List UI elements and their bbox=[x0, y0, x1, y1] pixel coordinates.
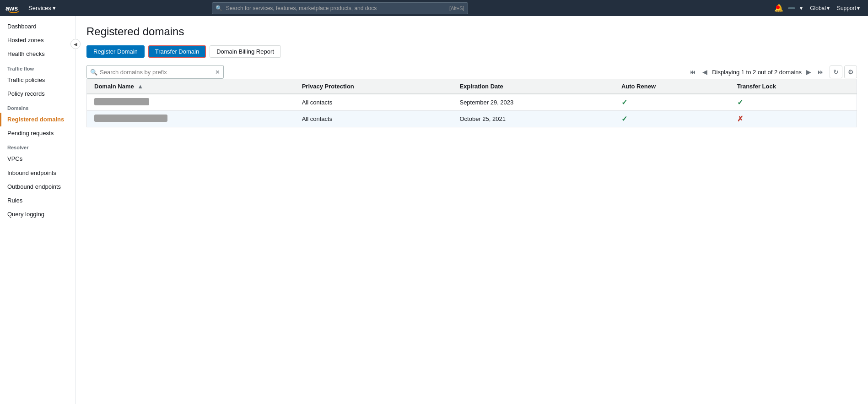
privacy-protection-cell: All contacts bbox=[295, 111, 453, 127]
sidebar-item-traffic-policies[interactable]: Traffic policies bbox=[0, 73, 75, 87]
col-domain-name[interactable]: Domain Name ▲ bbox=[87, 79, 295, 94]
domain-name-redacted bbox=[94, 115, 167, 122]
sidebar-item-hosted-zones[interactable]: Hosted zones bbox=[0, 33, 75, 47]
table-row[interactable]: All contactsOctober 25, 2021✓✗ bbox=[87, 111, 857, 127]
checkmark-icon: ✓ bbox=[621, 98, 627, 106]
sidebar-item-dashboard[interactable]: Dashboard bbox=[0, 20, 75, 33]
global-search-input[interactable] bbox=[212, 2, 468, 14]
last-page-button[interactable]: ⏭ bbox=[816, 67, 826, 76]
xmark-icon: ✗ bbox=[737, 115, 743, 123]
sidebar-item-query-logging[interactable]: Query logging bbox=[0, 207, 75, 221]
chevron-down-icon: ▾ bbox=[827, 5, 830, 11]
global-search-bar: 🔍 [Alt+S] bbox=[212, 2, 468, 14]
svg-text:aws: aws bbox=[5, 5, 18, 12]
global-region-button[interactable]: Global ▾ bbox=[807, 4, 832, 12]
sidebar: ◀ Dashboard Hosted zones Health checks T… bbox=[0, 16, 75, 404]
services-menu-button[interactable]: Services ▾ bbox=[27, 5, 58, 11]
top-navigation: aws Services ▾ 🔍 [Alt+S] 🔔 ▾ Global ▾ Su… bbox=[0, 0, 868, 16]
chevron-down-icon: ▾ bbox=[857, 5, 860, 11]
domain-search-input[interactable] bbox=[86, 65, 224, 79]
sidebar-section-domains: Domains bbox=[0, 101, 75, 113]
search-shortcut: [Alt+S] bbox=[449, 5, 464, 11]
pagination-text: Displaying 1 to 2 out of 2 domains bbox=[712, 69, 802, 76]
sidebar-item-vpcs[interactable]: VPCs bbox=[0, 152, 75, 166]
sidebar-item-inbound-endpoints[interactable]: Inbound endpoints bbox=[0, 166, 75, 180]
register-domain-button[interactable]: Register Domain bbox=[86, 45, 145, 58]
table-controls: ↻ ⚙ bbox=[830, 66, 857, 78]
sidebar-item-rules[interactable]: Rules bbox=[0, 194, 75, 207]
page-title: Registered domains bbox=[86, 25, 857, 38]
clear-search-icon[interactable]: ✕ bbox=[215, 69, 220, 76]
checkmark-icon: ✓ bbox=[737, 98, 743, 106]
refresh-button[interactable]: ↻ bbox=[830, 66, 842, 78]
first-page-button[interactable]: ⏮ bbox=[688, 67, 698, 76]
domain-name-redacted bbox=[94, 98, 149, 105]
pagination-info: ⏮ ◀ Displaying 1 to 2 out of 2 domains ▶… bbox=[688, 67, 826, 76]
right-controls: ⏮ ◀ Displaying 1 to 2 out of 2 domains ▶… bbox=[688, 66, 857, 78]
aws-logo[interactable]: aws bbox=[5, 3, 22, 13]
expiration-date-cell: October 25, 2021 bbox=[452, 111, 614, 127]
search-icon: 🔍 bbox=[90, 69, 97, 76]
domain-search-container: 🔍 ✕ bbox=[86, 65, 224, 79]
sidebar-section-resolver: Resolver bbox=[0, 140, 75, 152]
settings-button[interactable]: ⚙ bbox=[844, 66, 857, 78]
col-expiration-date: Expiration Date bbox=[452, 79, 614, 94]
col-auto-renew: Auto Renew bbox=[614, 79, 730, 94]
main-content: Registered domains Register Domain Trans… bbox=[75, 16, 868, 404]
sidebar-section-traffic-flow: Traffic flow bbox=[0, 61, 75, 73]
user-account[interactable] bbox=[788, 7, 795, 9]
checkmark-icon: ✓ bbox=[621, 115, 627, 123]
transfer-lock-cell: ✓ bbox=[730, 94, 857, 111]
sidebar-item-health-checks[interactable]: Health checks bbox=[0, 47, 75, 61]
col-transfer-lock: Transfer Lock bbox=[730, 79, 857, 94]
support-button[interactable]: Support ▾ bbox=[834, 4, 863, 12]
chevron-down-icon: ▾ bbox=[53, 5, 56, 11]
table-body: All contactsSeptember 29, 2023✓✓All cont… bbox=[87, 94, 857, 127]
auto-renew-cell: ✓ bbox=[614, 111, 730, 127]
auto-renew-cell: ✓ bbox=[614, 94, 730, 111]
domains-table: Domain Name ▲ Privacy Protection Expirat… bbox=[86, 79, 857, 127]
expiration-date-cell: September 29, 2023 bbox=[452, 94, 614, 111]
sort-icon: ▲ bbox=[137, 83, 143, 90]
domain-name-cell[interactable] bbox=[87, 94, 295, 111]
domain-billing-report-button[interactable]: Domain Billing Report bbox=[210, 45, 281, 58]
table-header: Domain Name ▲ Privacy Protection Expirat… bbox=[87, 79, 857, 94]
next-page-button[interactable]: ▶ bbox=[804, 67, 813, 76]
sidebar-item-registered-domains[interactable]: Registered domains bbox=[0, 113, 75, 126]
search-pagination-row: 🔍 ✕ ⏮ ◀ Displaying 1 to 2 out of 2 domai… bbox=[86, 65, 857, 79]
transfer-domain-button[interactable]: Transfer Domain bbox=[148, 45, 206, 58]
privacy-protection-cell: All contacts bbox=[295, 94, 453, 111]
nav-right-controls: 🔔 ▾ Global ▾ Support ▾ bbox=[771, 3, 863, 13]
search-icon: 🔍 bbox=[216, 5, 222, 11]
prev-page-button[interactable]: ◀ bbox=[701, 67, 709, 76]
sidebar-item-outbound-endpoints[interactable]: Outbound endpoints bbox=[0, 180, 75, 194]
chevron-down-icon: ▾ bbox=[800, 5, 803, 11]
sidebar-collapse-button[interactable]: ◀ bbox=[70, 39, 81, 49]
toolbar: Register Domain Transfer Domain Domain B… bbox=[86, 45, 857, 58]
sidebar-item-pending-requests[interactable]: Pending requests bbox=[0, 126, 75, 140]
col-privacy-protection: Privacy Protection bbox=[295, 79, 453, 94]
table-row[interactable]: All contactsSeptember 29, 2023✓✓ bbox=[87, 94, 857, 111]
sidebar-item-policy-records[interactable]: Policy records bbox=[0, 87, 75, 101]
account-dropdown-button[interactable]: ▾ bbox=[797, 4, 805, 12]
main-layout: ◀ Dashboard Hosted zones Health checks T… bbox=[0, 16, 868, 404]
transfer-lock-cell: ✗ bbox=[730, 111, 857, 127]
domain-name-cell[interactable] bbox=[87, 111, 295, 127]
